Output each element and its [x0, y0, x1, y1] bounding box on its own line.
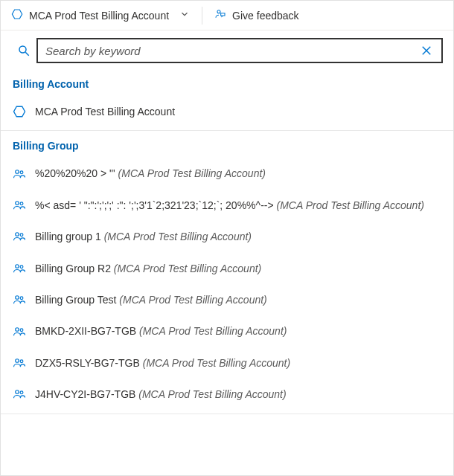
- group-icon: [13, 167, 26, 181]
- list-item-text: BMKD-2XII-BG7-TGB (MCA Prod Test Billing…: [35, 323, 441, 339]
- group-icon: [13, 199, 26, 212]
- list-item-name: Billing group 1: [35, 231, 101, 242]
- list-item-parent: (MCA Prod Test Billing Account): [277, 199, 424, 211]
- list-item-parent: (MCA Prod Test Billing Account): [118, 167, 266, 179]
- list-item-name: Billing Group Test: [35, 294, 116, 306]
- hexagon-icon: [13, 105, 26, 118]
- group-icon: [13, 262, 26, 275]
- svg-point-7: [16, 170, 19, 173]
- svg-point-22: [20, 391, 23, 394]
- list-item-parent: (MCA Prod Test Billing Account): [119, 294, 266, 306]
- hexagon-icon: [11, 8, 23, 22]
- list-item-parent: (MCA Prod Test Billing Account): [139, 325, 287, 337]
- svg-point-20: [20, 360, 23, 363]
- list-item-text: MCA Prod Test Billing Account: [35, 103, 441, 120]
- list-item-text: DZX5-RSLY-BG7-TGB (MCA Prod Test Billing…: [35, 355, 441, 371]
- list-item-parent: (MCA Prod Test Billing Account): [143, 357, 290, 369]
- list-item-name: MCA Prod Test Billing Account: [35, 106, 175, 118]
- list-item-text: Billing Group R2 (MCA Prod Test Billing …: [35, 260, 441, 277]
- svg-point-11: [16, 233, 19, 237]
- svg-marker-0: [12, 10, 22, 19]
- feedback-icon: [214, 8, 226, 22]
- list-item-parent: (MCA Prod Test Billing Account): [104, 231, 252, 242]
- list-item[interactable]: Billing Group Test (MCA Prod Test Billin…: [1, 284, 453, 315]
- clear-search-button[interactable]: [416, 40, 437, 61]
- list-item[interactable]: MCA Prod Test Billing Account: [1, 96, 453, 127]
- give-feedback-label: Give feedback: [232, 10, 299, 22]
- search-input[interactable]: [45, 45, 416, 57]
- group-icon: [13, 230, 26, 243]
- search-icon: [11, 44, 36, 57]
- list-item[interactable]: J4HV-CY2I-BG7-TGB (MCA Prod Test Billing…: [1, 379, 453, 410]
- search-row: [1, 30, 453, 69]
- list-item[interactable]: %20%20%20 > "' (MCA Prod Test Billing Ac…: [1, 158, 453, 189]
- search-box[interactable]: [36, 38, 443, 63]
- list-item-name: %20%20%20 > "': [35, 167, 115, 179]
- results-scroll[interactable]: Billing Account MCA Prod Test Billing Ac…: [1, 69, 453, 475]
- list-item-text: %< asd= ' ":":';';';' :": ';';3'1`2;321'…: [35, 197, 441, 213]
- topbar: MCA Prod Test Billing Account Give feedb…: [1, 1, 453, 30]
- list-item-text: Billing group 1 (MCA Prod Test Billing A…: [35, 228, 441, 245]
- svg-point-13: [16, 265, 19, 268]
- list-item-text: Billing Group Test (MCA Prod Test Billin…: [35, 292, 441, 308]
- list-item-name: %< asd= ' ":":';';';' :": ';';3'1`2;321'…: [35, 199, 274, 211]
- svg-point-14: [20, 266, 23, 268]
- list-item-name: BMKD-2XII-BG7-TGB: [35, 325, 136, 337]
- svg-point-18: [20, 328, 23, 331]
- svg-point-17: [16, 327, 19, 331]
- list-item[interactable]: %< asd= ' ":":';';';' :": ';';3'1`2;321'…: [1, 190, 453, 221]
- group-icon: [13, 325, 26, 338]
- give-feedback-button[interactable]: Give feedback: [208, 5, 305, 25]
- svg-point-2: [19, 46, 26, 53]
- svg-marker-6: [14, 106, 25, 117]
- svg-point-8: [20, 170, 23, 173]
- list-item-name: DZX5-RSLY-BG7-TGB: [35, 357, 140, 369]
- svg-point-19: [16, 359, 19, 363]
- list-item-parent: (MCA Prod Test Billing Account): [114, 263, 261, 274]
- list-item[interactable]: Billing group 1 (MCA Prod Test Billing A…: [1, 221, 453, 252]
- svg-line-3: [25, 52, 29, 56]
- group-icon: [13, 387, 26, 401]
- group-icon: [13, 293, 26, 306]
- list-item[interactable]: Billing Group R2 (MCA Prod Test Billing …: [1, 253, 453, 284]
- list-item-text: %20%20%20 > "' (MCA Prod Test Billing Ac…: [35, 165, 441, 181]
- dropdown-panel: MCA Prod Test Billing Account Give feedb…: [0, 0, 454, 476]
- list-item-text: J4HV-CY2I-BG7-TGB (MCA Prod Test Billing…: [35, 386, 441, 402]
- section-heading: Billing Account: [1, 69, 453, 96]
- svg-point-12: [20, 234, 23, 237]
- svg-point-9: [16, 202, 19, 205]
- scope-selector-button[interactable]: MCA Prod Test Billing Account: [5, 5, 196, 25]
- svg-point-1: [217, 10, 220, 13]
- svg-point-10: [20, 202, 23, 205]
- chevron-down-icon: [175, 9, 190, 22]
- section-heading: Billing Group: [1, 131, 453, 158]
- svg-point-16: [20, 297, 23, 300]
- list-item[interactable]: BMKD-2XII-BG7-TGB (MCA Prod Test Billing…: [1, 315, 453, 347]
- scope-selector-label: MCA Prod Test Billing Account: [29, 10, 169, 22]
- svg-point-15: [16, 296, 19, 300]
- svg-point-21: [16, 390, 19, 394]
- list-item-name: Billing Group R2: [35, 263, 111, 274]
- section-divider: [1, 414, 453, 414]
- group-icon: [13, 356, 26, 370]
- vertical-divider: [202, 7, 202, 25]
- list-item-name: J4HV-CY2I-BG7-TGB: [35, 388, 135, 400]
- list-item[interactable]: DZX5-RSLY-BG7-TGB (MCA Prod Test Billing…: [1, 347, 453, 379]
- list-item-parent: (MCA Prod Test Billing Account): [138, 388, 286, 400]
